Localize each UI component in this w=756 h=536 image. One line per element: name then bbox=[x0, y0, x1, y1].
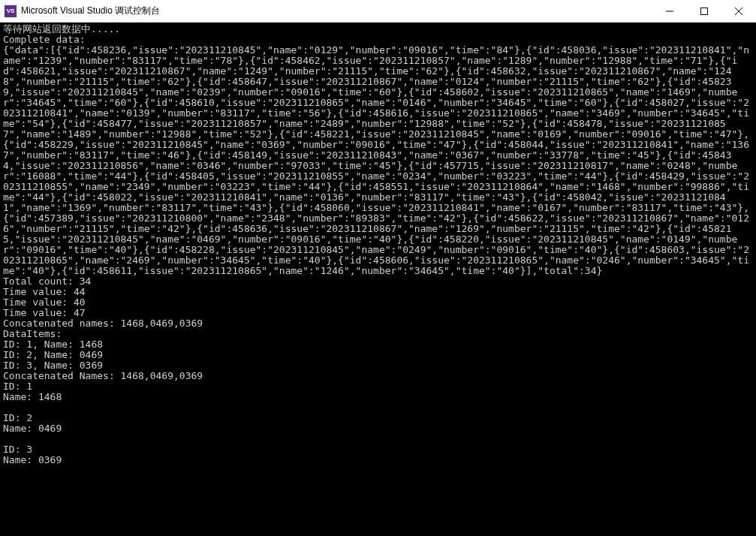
minimize-button[interactable] bbox=[652, 0, 687, 22]
window-title: Microsoft Visual Studio 调试控制台 bbox=[21, 5, 652, 17]
console-line: DataItems: bbox=[3, 328, 62, 339]
console-line: ID: 2, Name: 0469 bbox=[3, 349, 103, 360]
maximize-button[interactable] bbox=[687, 0, 721, 22]
console-line: ID: 3 bbox=[3, 444, 32, 455]
console-line: Complete data: bbox=[3, 34, 86, 45]
console-line: Time value: 44 bbox=[3, 286, 86, 297]
console-line: ID: 2 bbox=[3, 412, 32, 423]
console-line: Time value: 47 bbox=[3, 307, 86, 318]
console-line: Name: 1468 bbox=[3, 391, 62, 402]
titlebar: VS Microsoft Visual Studio 调试控制台 bbox=[0, 0, 756, 23]
console-line: ID: 1 bbox=[3, 381, 32, 392]
close-button[interactable] bbox=[721, 0, 756, 22]
console-line: 等待网站返回数据中..... bbox=[3, 23, 120, 35]
console-line: Name: 0369 bbox=[3, 454, 62, 465]
svg-rect-1 bbox=[701, 8, 708, 14]
console-line: Time value: 40 bbox=[3, 297, 86, 308]
console-output[interactable]: 等待网站返回数据中..... Complete data: {"data":[{… bbox=[0, 23, 756, 536]
console-line: Concatenated names: 1468,0469,0369 bbox=[3, 318, 203, 329]
vs-icon: VS bbox=[5, 5, 17, 17]
console-line: ID: 1, Name: 1468 bbox=[3, 339, 103, 350]
console-line: {"data":[{"id":458236,"issue":"202311210… bbox=[3, 44, 749, 276]
console-line: ID: 3, Name: 0369 bbox=[3, 360, 103, 371]
window-controls bbox=[652, 0, 756, 22]
console-line: Total count: 34 bbox=[3, 276, 91, 287]
console-line: Concatenated Names: 1468,0469,0369 bbox=[3, 370, 203, 381]
console-line: Name: 0469 bbox=[3, 423, 62, 434]
